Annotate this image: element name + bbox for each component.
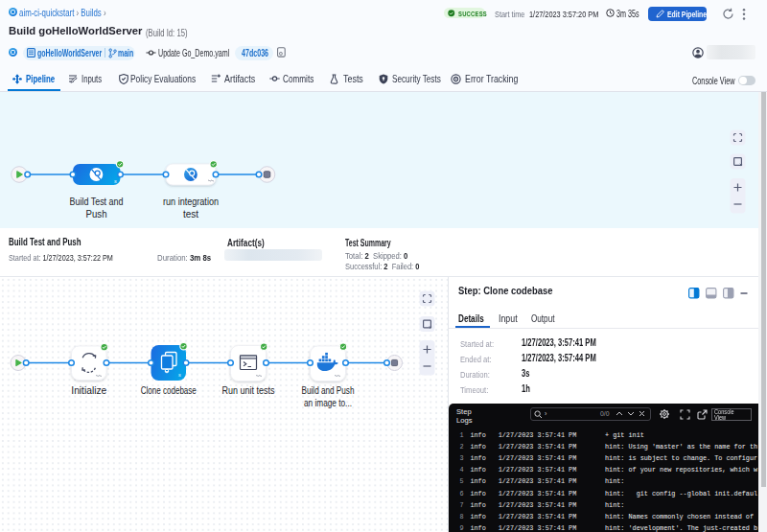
svg-text:run integration: run integration [163, 196, 219, 207]
svg-text:s: s [178, 371, 181, 377]
svg-text:s: s [114, 178, 117, 184]
svg-text:Build and Push: Build and Push [302, 383, 355, 395]
svg-text:Build Test and: Build Test and [70, 196, 124, 207]
svg-text:Clone codebase: Clone codebase [141, 383, 197, 395]
svg-text:Push: Push [86, 208, 107, 220]
svg-text:Run unit tests: Run unit tests [222, 383, 275, 395]
svg-text:test: test [183, 208, 198, 220]
svg-text:an image to...: an image to... [304, 397, 352, 408]
svg-text:Initialize: Initialize [71, 383, 106, 395]
